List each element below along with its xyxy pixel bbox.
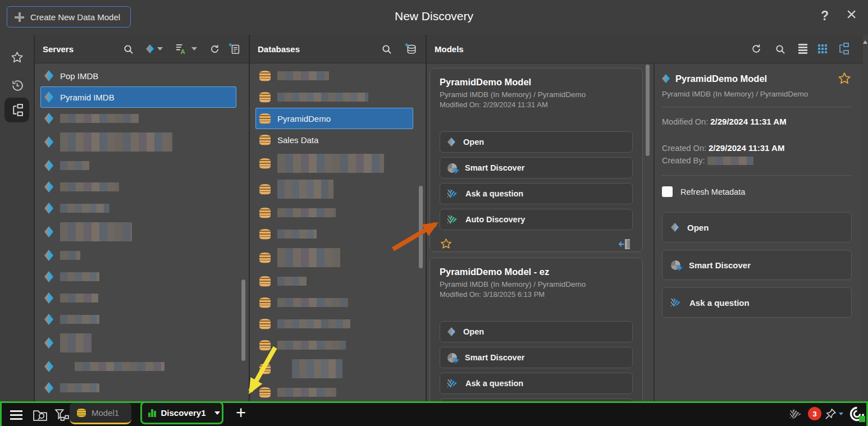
database-icon <box>259 387 271 398</box>
scroll-up-arrow[interactable] <box>863 40 867 44</box>
redacted-label <box>277 71 329 80</box>
server-item-redacted[interactable] <box>40 155 236 176</box>
open-button[interactable]: Open <box>440 321 633 342</box>
search-icon[interactable] <box>381 44 392 54</box>
database-icon <box>259 364 271 374</box>
search-icon[interactable] <box>775 44 785 54</box>
database-item-redacted[interactable] <box>255 223 413 245</box>
databases-title: Databases <box>258 44 300 54</box>
ask-a-question-button[interactable]: Ask a question <box>440 373 633 394</box>
database-item-redacted[interactable] <box>255 202 413 223</box>
model-card-subtitle: Pyramid IMDB (In Memory) / PyramidDemo <box>440 90 633 99</box>
database-item-redacted[interactable] <box>255 245 413 271</box>
tree-view-button[interactable] <box>837 42 850 56</box>
ask-a-question-button[interactable]: Ask a question <box>440 183 633 204</box>
auto-discovery-button[interactable]: Auto Discovery <box>440 209 633 230</box>
smart-discover-icon <box>447 353 457 363</box>
add-database-button[interactable] <box>405 43 418 56</box>
server-item-redacted[interactable] <box>40 356 236 377</box>
database-item-selected[interactable]: PyramidDemo <box>255 108 413 129</box>
close-button[interactable]: × <box>846 4 857 25</box>
database-icon <box>259 184 271 195</box>
database-item-redacted[interactable] <box>255 176 413 202</box>
models-scrollbar[interactable] <box>646 65 650 156</box>
hamburger-menu-icon[interactable] <box>10 410 22 420</box>
exit-icon[interactable] <box>618 238 633 250</box>
redacted-label <box>60 383 99 392</box>
server-item-selected[interactable]: Pyramid IMDB <box>40 86 236 108</box>
refresh-servers-button[interactable] <box>209 44 220 54</box>
pyramid-status-icon[interactable] <box>790 409 801 419</box>
server-item-redacted[interactable] <box>40 219 236 245</box>
details-created-by: Created By: <box>662 155 852 167</box>
server-item-redacted[interactable] <box>40 266 236 287</box>
database-icon <box>259 297 271 308</box>
server-item-redacted[interactable] <box>40 108 236 129</box>
server-icon <box>44 337 53 349</box>
server-type-filter[interactable] <box>146 44 163 53</box>
smart-discover-button[interactable]: Smart Discover <box>662 250 852 280</box>
model-card-title: PyramidDemo Model - ez <box>440 267 633 277</box>
server-item-redacted[interactable] <box>40 245 236 266</box>
ask-a-question-button[interactable]: Ask a question <box>662 287 852 318</box>
database-item-redacted[interactable] <box>255 150 413 176</box>
database-item-redacted[interactable] <box>255 271 413 292</box>
database-item-redacted[interactable] <box>255 335 413 356</box>
databases-scrollbar[interactable] <box>419 186 423 268</box>
sort-control[interactable] <box>175 43 197 55</box>
dialog-header: Create New Data Model New Discovery ? × <box>0 0 868 35</box>
open-button[interactable]: Open <box>662 212 852 242</box>
server-item-redacted[interactable] <box>40 287 236 309</box>
tree-rail-button[interactable] <box>4 98 29 122</box>
recent-rail-button[interactable] <box>4 73 29 98</box>
connection-status-logo[interactable] <box>849 406 865 422</box>
notification-badge[interactable]: 3 <box>808 407 821 420</box>
add-server-button[interactable] <box>229 43 241 55</box>
refresh-metadata-checkbox[interactable] <box>662 186 673 197</box>
content-explorer-icon[interactable] <box>33 408 48 422</box>
server-item[interactable]: Pop IMDB <box>40 65 236 86</box>
divider <box>662 107 852 107</box>
favorite-star-icon[interactable] <box>837 71 852 86</box>
server-item-redacted[interactable] <box>40 309 236 330</box>
dialog-body: Servers Pop IMDB <box>0 35 868 401</box>
search-icon[interactable] <box>123 44 134 54</box>
grid-view-button[interactable] <box>818 44 828 54</box>
pin-icon[interactable] <box>824 407 837 420</box>
data-flow-icon[interactable] <box>54 408 69 422</box>
list-view-button[interactable] <box>798 44 807 54</box>
database-item[interactable]: Sales Data <box>255 129 413 150</box>
servers-scrollbar[interactable] <box>241 280 245 361</box>
database-icon <box>259 319 271 329</box>
smart-discover-button[interactable]: Smart Discover <box>440 157 633 178</box>
database-item-redacted[interactable] <box>255 313 413 335</box>
server-item-redacted[interactable] <box>40 198 236 219</box>
tab-discovery1[interactable]: Discovery1 <box>140 401 223 424</box>
smart-discover-button[interactable]: Smart Discover <box>440 347 633 368</box>
redacted-label <box>277 180 334 199</box>
favorites-rail-button[interactable] <box>4 45 29 70</box>
right-scroll-track[interactable] <box>863 35 868 401</box>
help-button[interactable]: ? <box>821 8 829 24</box>
chevron-down-icon[interactable] <box>839 413 843 415</box>
refresh-models-button[interactable] <box>751 43 762 54</box>
server-item-redacted[interactable] <box>40 377 236 398</box>
redacted-label <box>277 298 348 307</box>
new-tab-button[interactable]: + <box>232 404 249 424</box>
redacted-label <box>277 154 384 173</box>
server-item-redacted[interactable] <box>40 176 236 198</box>
database-item-redacted[interactable] <box>255 382 413 401</box>
database-item-redacted[interactable] <box>255 292 413 313</box>
open-button[interactable]: Open <box>440 131 633 153</box>
model-card-modified: Modified On: 2/29/2024 11:31 AM <box>440 100 633 109</box>
server-item-redacted[interactable] <box>40 129 236 155</box>
model-details-panel: PyramidDemo Model Pyramid IMDB (In Memor… <box>654 63 863 401</box>
tab-model1[interactable]: Model1 <box>70 403 131 424</box>
redacted-label <box>60 132 172 152</box>
database-item-redacted[interactable] <box>255 65 413 86</box>
favorite-star-icon[interactable] <box>440 237 453 250</box>
database-item-redacted[interactable] <box>255 356 413 382</box>
server-item-redacted[interactable] <box>40 330 236 356</box>
redacted-label <box>75 362 165 371</box>
database-item-redacted[interactable] <box>255 86 413 108</box>
